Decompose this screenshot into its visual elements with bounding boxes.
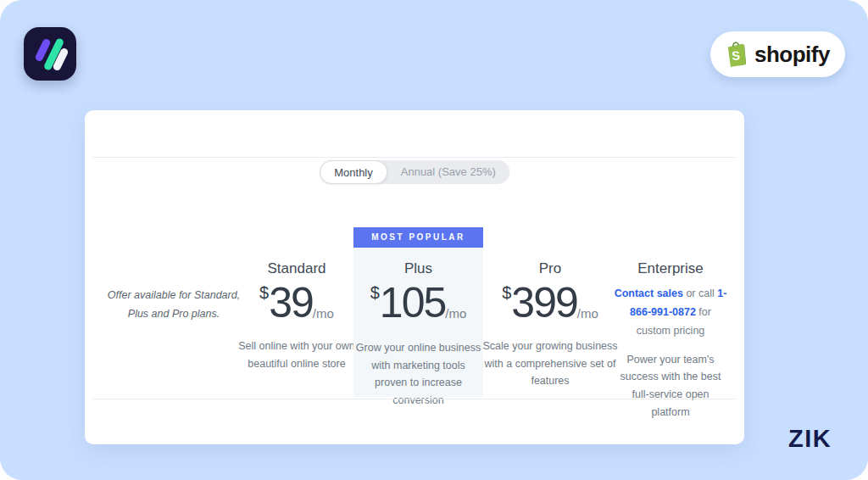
custom-pricing-text: custom pricing <box>637 325 705 337</box>
currency-symbol: $ <box>259 283 269 302</box>
plan-description: Power your team's success with the best … <box>618 351 723 421</box>
plan-name: Standard <box>237 260 356 278</box>
plan-description: Sell online with your own beautiful onli… <box>237 338 356 372</box>
price-amount: 399 <box>511 279 576 327</box>
currency-symbol: $ <box>370 283 380 302</box>
plan-name: Plus <box>353 260 483 278</box>
price-period: /mo <box>445 306 466 321</box>
currency-symbol: $ <box>502 283 511 302</box>
price-amount: 105 <box>380 279 445 327</box>
plan-name: Pro <box>478 260 622 278</box>
contact-for-text: for <box>696 306 711 318</box>
card-top-divider <box>93 157 736 158</box>
price-period: /mo <box>313 306 334 321</box>
shopify-wordmark: shopify <box>754 42 830 68</box>
plan-description: Scale your growing business with a compr… <box>479 338 621 390</box>
plan-price: $105/mo <box>353 282 483 324</box>
most-popular-banner: MOST POPULAR <box>353 227 483 248</box>
shopify-badge: S shopify <box>710 31 845 77</box>
pricing-card: Monthly Annual (Save 25%) Offer availabl… <box>85 110 744 444</box>
zik-watermark: ZIK <box>788 425 832 453</box>
zik-app-logo <box>24 27 76 81</box>
price-amount: 39 <box>269 279 313 327</box>
shopify-bag-icon: S <box>726 41 748 69</box>
plan-price: $399/mo <box>478 282 622 324</box>
enterprise-contact: Contact sales or call 1-866-991-0872 for… <box>612 285 729 341</box>
contact-sales-link[interactable]: Contact sales <box>615 287 683 299</box>
plan-name: Enterprise <box>607 260 734 278</box>
contact-or-call-text: or call <box>683 287 717 299</box>
plan-column-plus: MOST POPULAR Plus $105/mo Grow your onli… <box>353 227 483 397</box>
svg-text:S: S <box>732 48 741 63</box>
monthly-toggle-button[interactable]: Monthly <box>320 160 387 184</box>
billing-toggle: Monthly Annual (Save 25%) <box>320 160 509 184</box>
offer-note: Offer available for Standard, Plus and P… <box>102 287 246 324</box>
plan-price: $39/mo <box>237 282 356 324</box>
page-background: S shopify Monthly Annual (Save 25%) Offe… <box>0 0 868 480</box>
price-period: /mo <box>577 306 598 321</box>
annual-toggle-button[interactable]: Annual (Save 25%) <box>387 160 509 184</box>
plan-column-pro: Pro $399/mo Scale your growing business … <box>478 227 622 390</box>
card-bottom-divider <box>93 399 736 399</box>
plan-column-enterprise: Enterprise Contact sales or call 1-866-9… <box>607 227 734 421</box>
plan-column-standard: Standard $39/mo Sell online with your ow… <box>237 227 356 372</box>
